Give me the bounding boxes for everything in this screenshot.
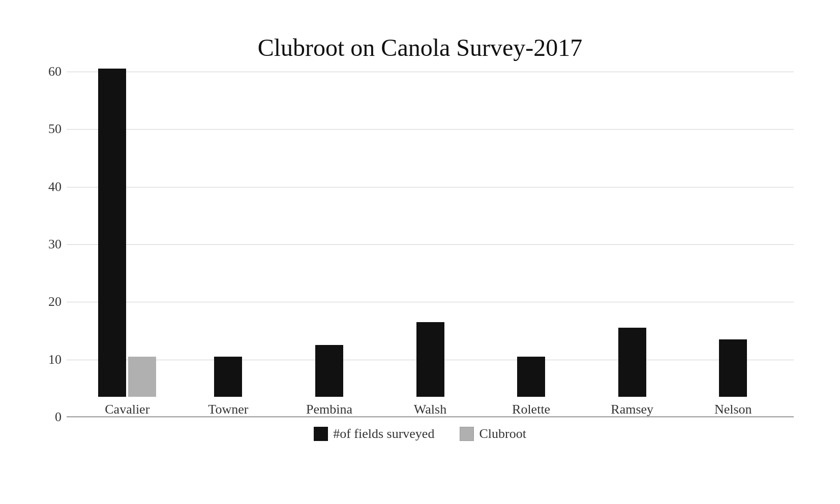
bar-pair-pembina [279, 345, 380, 397]
x-label-cavalier: Cavalier [105, 402, 149, 417]
bar-group-cavalier: Cavalier [77, 72, 178, 417]
bar-group-rolette: Rolette [481, 72, 582, 417]
bars-section: CavalierTownerPembinaWalshRoletteRamseyN… [67, 72, 794, 417]
legend-swatch-clubroot [460, 427, 474, 441]
x-label-pembina: Pembina [306, 402, 352, 417]
bar-fields-rolette [517, 357, 545, 397]
bar-group-pembina: Pembina [279, 72, 380, 417]
bar-pair-cavalier [77, 69, 178, 397]
bar-group-ramsey: Ramsey [582, 72, 683, 417]
bar-pair-ramsey [582, 328, 683, 397]
y-label-10: 10 [48, 352, 62, 367]
bar-pair-nelson [682, 339, 784, 397]
y-label-60: 60 [48, 64, 62, 79]
bar-fields-ramsey [618, 328, 646, 397]
bar-fields-nelson [719, 339, 747, 397]
legend: #of fields surveyed Clubroot [26, 426, 814, 442]
bar-fields-pembina [315, 345, 343, 397]
bar-fields-towner [214, 357, 242, 397]
x-label-walsh: Walsh [414, 402, 446, 417]
legend-label-clubroot: Clubroot [479, 426, 526, 442]
bar-pair-rolette [481, 357, 582, 397]
y-label-40: 40 [48, 179, 62, 195]
bar-group-nelson: Nelson [682, 72, 784, 417]
y-label-30: 30 [48, 237, 62, 252]
x-label-towner: Towner [208, 402, 248, 417]
legend-swatch-fields [314, 427, 328, 441]
bar-group-towner: Towner [178, 72, 279, 417]
legend-label-fields: #of fields surveyed [333, 426, 434, 442]
chart-area: 0102030405060 CavalierTownerPembinaWalsh… [67, 72, 794, 417]
x-label-ramsey: Ramsey [611, 402, 653, 417]
chart-title: Clubroot on Canola Survey-2017 [26, 23, 814, 67]
y-label-0: 0 [55, 410, 62, 425]
bar-pair-towner [178, 357, 279, 397]
bar-pair-walsh [380, 322, 481, 397]
y-label-20: 20 [48, 294, 62, 309]
x-label-rolette: Rolette [512, 402, 550, 417]
grid-line-0 [67, 417, 794, 418]
legend-item-clubroot: Clubroot [460, 426, 526, 442]
bar-fields-walsh [416, 322, 444, 397]
y-label-50: 50 [48, 121, 62, 137]
x-label-nelson: Nelson [714, 402, 752, 417]
bar-fields-cavalier [98, 69, 126, 397]
bar-clubroot-cavalier [128, 357, 156, 397]
legend-item-fields: #of fields surveyed [314, 426, 434, 442]
bar-group-walsh: Walsh [380, 72, 481, 417]
chart-container: Clubroot on Canola Survey-2017 010203040… [26, 23, 814, 481]
